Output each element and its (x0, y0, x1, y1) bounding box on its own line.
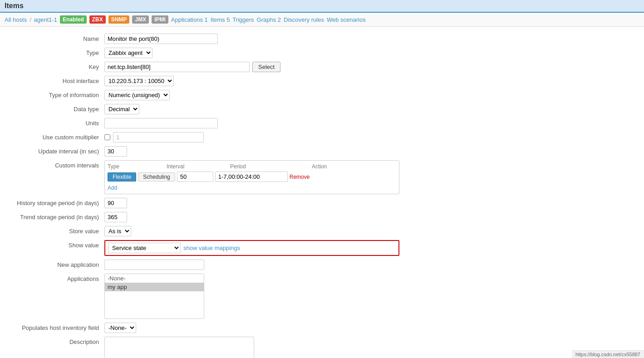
show-value-row: Show value Service state show value mapp… (9, 240, 399, 256)
tab-graphs[interactable]: Graphs 2 (257, 16, 281, 23)
tab-triggers[interactable]: Triggers (232, 16, 254, 23)
store-value-control: As is (104, 226, 399, 236)
ci-interval-input[interactable] (177, 172, 213, 182)
history-row: History storage period (in days) (9, 198, 399, 208)
units-label: Units (9, 118, 104, 127)
applications-list: -None- my app (104, 274, 204, 319)
form-container: Name Type Zabbix agent Key Select Host i… (0, 27, 408, 358)
new-application-label: New application (9, 260, 104, 268)
trend-control (104, 212, 399, 222)
populates-host-label: Populates host inventory field (9, 323, 104, 331)
snmp-badge[interactable]: SNMP (108, 15, 130, 24)
history-input[interactable] (104, 198, 127, 208)
type-of-info-select[interactable]: Numeric (unsigned) (104, 90, 170, 100)
multiplier-row: Use custom multiplier (9, 132, 399, 142)
units-row: Units (9, 118, 399, 128)
data-type-select[interactable]: Decimal (104, 104, 139, 114)
type-select[interactable]: Zabbix agent (104, 48, 152, 58)
update-interval-row: Update interval (in sec) (9, 146, 399, 157)
update-interval-input[interactable] (104, 146, 127, 157)
name-control (104, 34, 399, 44)
show-value-control: Service state show value mappings (104, 240, 399, 256)
new-application-control (104, 260, 399, 270)
nav-sep-1: / (29, 16, 31, 23)
applications-label: Applications (9, 274, 104, 282)
name-row: Name (9, 34, 399, 44)
show-value-mappings-link[interactable]: show value mappings (183, 245, 240, 251)
applications-control: -None- my app (104, 274, 399, 319)
store-value-row: Store value As is (9, 226, 399, 236)
app-item-none[interactable]: -None- (105, 274, 204, 283)
history-label: History storage period (in days) (9, 198, 104, 206)
type-control: Zabbix agent (104, 48, 399, 58)
ci-flexible-btn[interactable]: Flexible (108, 172, 136, 181)
custom-intervals-table: Type Interval Period Action Flexible Sch… (104, 160, 399, 194)
store-value-label: Store value (9, 226, 104, 235)
store-value-select[interactable]: As is (104, 226, 131, 236)
key-input[interactable] (104, 62, 250, 72)
type-of-info-control: Numeric (unsigned) (104, 90, 399, 100)
name-label: Name (9, 34, 104, 42)
show-value-label: Show value (9, 240, 104, 249)
nav-bar: All hosts / agent1-1 Enabled ZBX SNMP JM… (0, 13, 644, 27)
ci-header: Type Interval Period Action (108, 163, 396, 170)
custom-intervals-row: Custom intervals Type Interval Period Ac… (9, 160, 399, 194)
page-title: Items (5, 2, 24, 10)
populates-host-row: Populates host inventory field -None- (9, 323, 399, 333)
description-control (104, 337, 399, 358)
ci-add-btn[interactable]: Add (108, 185, 117, 191)
new-application-input[interactable] (104, 260, 204, 270)
show-value-select[interactable]: Service state (108, 243, 181, 253)
ci-add-row: Add (108, 184, 396, 191)
tab-applications[interactable]: Applications 1 (171, 16, 208, 23)
trend-row: Trend storage period (in days) (9, 212, 399, 222)
populates-host-control: -None- (104, 323, 399, 333)
zbx-badge[interactable]: ZBX (89, 15, 106, 24)
trend-label: Trend storage period (in days) (9, 212, 104, 221)
description-row: Description (9, 337, 399, 358)
update-interval-label: Update interval (in sec) (9, 146, 104, 155)
select-button[interactable]: Select (252, 62, 280, 72)
key-control: Select (104, 62, 399, 72)
type-of-info-row: Type of information Numeric (unsigned) (9, 90, 399, 100)
units-input[interactable] (104, 118, 218, 128)
populates-host-select[interactable]: -None- (104, 323, 136, 333)
jmx-badge[interactable]: JMX (132, 15, 149, 24)
name-input[interactable] (104, 34, 218, 44)
app-item-myapp[interactable]: my app (105, 283, 204, 291)
ci-scheduling-btn[interactable]: Scheduling (138, 172, 175, 181)
trend-input[interactable] (104, 212, 127, 222)
ci-period-input[interactable] (215, 172, 288, 182)
key-row: Key Select (9, 62, 399, 72)
multiplier-control (104, 132, 399, 142)
type-of-info-label: Type of information (9, 90, 104, 98)
tab-discovery-rules[interactable]: Discovery rules (284, 16, 324, 23)
ci-remove-btn[interactable]: Remove (290, 174, 310, 180)
ci-header-interval: Interval (167, 163, 230, 170)
ci-header-action: Action (312, 163, 348, 170)
top-bar: Items (0, 0, 644, 13)
multiplier-checkbox[interactable] (104, 134, 110, 140)
host-interface-row: Host interface 10.220.5.173 : 10050 (9, 76, 399, 86)
nav-agent[interactable]: agent1-1 (34, 16, 57, 23)
ci-header-type: Type (108, 163, 167, 170)
description-label: Description (9, 337, 104, 345)
host-interface-select[interactable]: 10.220.5.173 : 10050 (104, 76, 174, 86)
multiplier-value-input[interactable] (113, 132, 204, 142)
data-type-row: Data type Decimal (9, 104, 399, 114)
ci-row: Flexible Scheduling Remove (108, 172, 396, 182)
tab-items[interactable]: Items 5 (211, 16, 230, 23)
custom-intervals-label: Custom intervals (9, 160, 104, 169)
custom-intervals-control: Type Interval Period Action Flexible Sch… (104, 160, 399, 194)
tab-web-scenarios[interactable]: Web scenarios (327, 16, 366, 23)
host-interface-control: 10.220.5.173 : 10050 (104, 76, 399, 86)
description-textarea[interactable] (104, 337, 254, 358)
show-value-wrapper: Service state show value mappings (104, 240, 399, 256)
key-label: Key (9, 62, 104, 70)
type-row: Type Zabbix agent (9, 48, 399, 58)
history-control (104, 198, 399, 208)
nav-all-hosts[interactable]: All hosts (5, 16, 27, 23)
ci-header-period: Period (230, 163, 312, 170)
update-interval-control (104, 146, 399, 157)
ipmi-badge[interactable]: IPMI (152, 15, 168, 24)
